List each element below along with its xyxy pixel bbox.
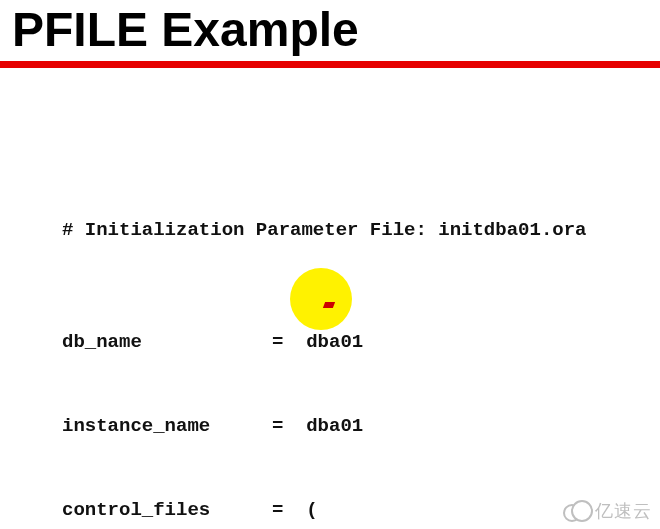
title-rule: [0, 61, 660, 68]
eq: =: [272, 496, 306, 524]
param-control-files: control_files= (: [62, 496, 660, 524]
highlight-circle: [290, 268, 352, 330]
key: instance_name: [62, 412, 272, 440]
comment-line: # Initialization Parameter File: initdba…: [62, 216, 660, 244]
eq: =: [272, 328, 306, 356]
param-instance-name: instance_name= dba01: [62, 412, 660, 440]
pfile-listing: # Initialization Parameter File: initdba…: [62, 76, 660, 529]
val: dba01: [306, 412, 363, 440]
param-db-name: db_name= dba01: [62, 328, 660, 356]
key: control_files: [62, 496, 272, 524]
val: dba01: [306, 328, 363, 356]
val: (: [306, 496, 317, 524]
slide-title: PFILE Example: [12, 2, 660, 57]
key: db_name: [62, 328, 272, 356]
eq: =: [272, 412, 306, 440]
